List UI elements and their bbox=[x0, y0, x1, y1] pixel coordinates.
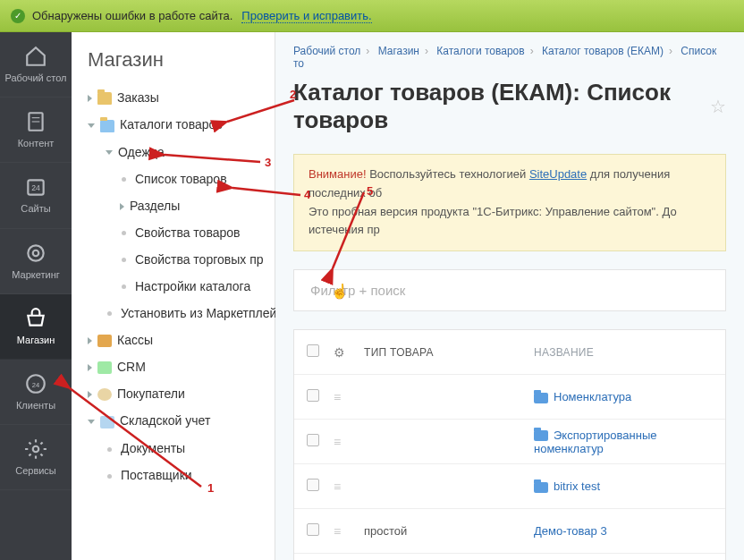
rail-sites[interactable]: 24 Сайты bbox=[0, 163, 72, 228]
sidebar-item-suppliers[interactable]: Поставщики bbox=[72, 462, 275, 488]
row-name-link[interactable]: Демо-товар 3 bbox=[534, 524, 607, 538]
topbar-message: Обнаружены ошибки в работе сайта. bbox=[32, 9, 232, 22]
rail-shop[interactable]: Магазин bbox=[0, 294, 72, 360]
topbar-link[interactable]: Проверить и исправить. bbox=[241, 9, 371, 23]
basket-icon bbox=[24, 307, 47, 330]
gear-icon bbox=[24, 437, 47, 461]
rail-desktop[interactable]: Рабочий стол bbox=[0, 32, 72, 98]
row-menu-icon[interactable]: ≡ bbox=[334, 435, 341, 449]
crumb[interactable]: Каталоги товаров bbox=[436, 45, 524, 57]
sidebar-item-marketplace[interactable]: Установить из Маркетплей bbox=[72, 300, 275, 327]
breadcrumb: Рабочий стол› Магазин› Каталоги товаров›… bbox=[275, 32, 744, 77]
col-name-header[interactable]: НАЗВАНИЕ bbox=[534, 346, 713, 359]
sidebar-item-crm[interactable]: CRM bbox=[72, 353, 275, 380]
rail-services[interactable]: Сервисы bbox=[0, 425, 72, 490]
crumb[interactable]: Рабочий стол bbox=[293, 45, 360, 57]
row-name-link[interactable]: Номенклатура bbox=[554, 390, 631, 403]
sidebar-item-catalogs[interactable]: Каталоги товаров bbox=[72, 111, 275, 138]
folder-icon bbox=[534, 430, 548, 441]
target-icon bbox=[24, 242, 47, 265]
select-all-checkbox[interactable] bbox=[307, 344, 319, 357]
rail-content[interactable]: Контент bbox=[0, 98, 72, 163]
crumb[interactable]: Магазин bbox=[378, 45, 419, 57]
left-rail: Рабочий стол Контент 24 Сайты Маркетинг … bbox=[0, 32, 72, 560]
sidebar-item-sections[interactable]: Разделы bbox=[72, 192, 275, 219]
table-row[interactable]: ≡простойДемо-товар 3 bbox=[294, 509, 725, 554]
sidebar-title: Магазин bbox=[72, 32, 275, 84]
sidebar-item-buyers[interactable]: Покупатели bbox=[72, 380, 275, 407]
row-checkbox[interactable] bbox=[307, 479, 319, 491]
page-title: Каталог товаров (ЕКАМ): Список товаров bbox=[293, 79, 699, 134]
notice-link[interactable]: SiteUpdate bbox=[529, 167, 587, 181]
row-menu-icon[interactable]: ≡ bbox=[334, 390, 341, 404]
filter-search[interactable]: Фильтр + поиск bbox=[293, 269, 726, 311]
svg-text:24: 24 bbox=[31, 184, 40, 193]
tree: Заказы Каталоги товаров Одежда Список то… bbox=[72, 84, 275, 488]
sidebar-item-cash[interactable]: Кассы bbox=[72, 327, 275, 353]
table-row[interactable]: ≡простойДемо-товар 1 bbox=[294, 554, 725, 560]
folder-icon bbox=[534, 393, 548, 403]
gear-icon[interactable]: ⚙ bbox=[334, 345, 345, 360]
sidebar-item-settings[interactable]: Настройки каталога bbox=[72, 273, 275, 300]
clock-icon: 24 bbox=[24, 372, 47, 395]
table-row[interactable]: ≡Экспортированные номенклатур bbox=[294, 420, 725, 464]
table-row[interactable]: ≡bitrix test bbox=[294, 464, 725, 509]
home-icon bbox=[24, 45, 47, 68]
sidebar-item-list[interactable]: Список товаров bbox=[72, 165, 275, 192]
sidebar: Магазин Заказы Каталоги товаров Одежда С… bbox=[72, 32, 275, 560]
svg-point-6 bbox=[33, 250, 39, 256]
sidebar-item-props[interactable]: Свойства товаров bbox=[72, 219, 275, 246]
sidebar-item-offers-props[interactable]: Свойства торговых пр bbox=[72, 246, 275, 273]
row-checkbox[interactable] bbox=[307, 389, 319, 402]
row-menu-icon[interactable]: ≡ bbox=[334, 524, 341, 539]
calendar-icon: 24 bbox=[24, 175, 47, 199]
topbar: ✓ Обнаружены ошибки в работе сайта. Пров… bbox=[0, 0, 744, 32]
main-content: Рабочий стол› Магазин› Каталоги товаров›… bbox=[275, 32, 744, 560]
row-menu-icon[interactable]: ≡ bbox=[334, 479, 341, 494]
items-table: ⚙ ТИП ТОВАРА НАЗВАНИЕ ≡Номенклатура≡Эксп… bbox=[293, 329, 726, 560]
favorite-star-icon[interactable]: ☆ bbox=[710, 96, 726, 117]
col-type-header[interactable]: ТИП ТОВАРА bbox=[364, 346, 534, 359]
check-icon: ✓ bbox=[11, 9, 25, 23]
rail-marketing[interactable]: Маркетинг bbox=[0, 229, 72, 294]
folder-icon bbox=[534, 482, 548, 493]
svg-text:24: 24 bbox=[32, 381, 39, 389]
table-header: ⚙ ТИП ТОВАРА НАЗВАНИЕ bbox=[294, 330, 725, 375]
row-name-link[interactable]: Экспортированные номенклатур bbox=[534, 428, 657, 455]
sidebar-item-orders[interactable]: Заказы bbox=[72, 84, 275, 111]
sidebar-item-warehouse[interactable]: Складской учет bbox=[72, 407, 275, 434]
rail-clients[interactable]: 24 Клиенты bbox=[0, 360, 72, 425]
row-checkbox[interactable] bbox=[307, 523, 319, 536]
svg-point-5 bbox=[28, 245, 43, 260]
sidebar-item-clothes[interactable]: Одежда bbox=[72, 139, 275, 165]
notice-warn: Внимание! bbox=[309, 167, 367, 181]
sidebar-item-docs[interactable]: Документы bbox=[72, 435, 275, 462]
notice-banner: Внимание! Воспользуйтесь технологией Sit… bbox=[293, 154, 726, 251]
crumb[interactable]: Каталог товаров (ЕКАМ) bbox=[542, 45, 664, 57]
document-icon bbox=[24, 110, 47, 133]
svg-point-9 bbox=[33, 446, 39, 453]
table-row[interactable]: ≡Номенклатура bbox=[294, 375, 725, 420]
row-checkbox[interactable] bbox=[307, 434, 319, 446]
row-name-link[interactable]: bitrix test bbox=[554, 479, 600, 493]
row-type: простой bbox=[364, 524, 534, 538]
